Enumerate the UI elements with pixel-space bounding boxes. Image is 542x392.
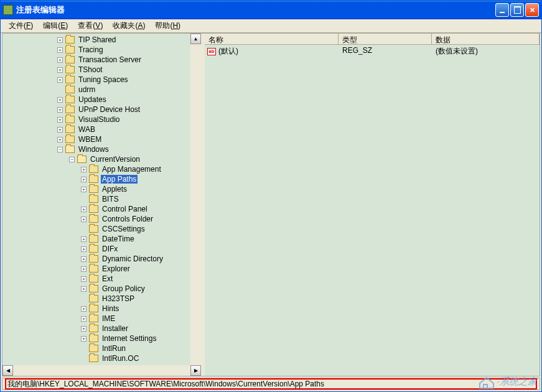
menu-f[interactable]: 文件(F) — [4, 19, 38, 32]
tree-label[interactable]: Transaction Server — [77, 55, 143, 64]
tree-node[interactable]: CSCSettings — [2, 224, 190, 234]
tree-label[interactable]: Group Policy — [101, 284, 146, 293]
expand-icon[interactable] — [57, 137, 63, 142]
tree-node[interactable]: Internet Settings — [2, 334, 190, 343]
tree-label[interactable]: App Paths — [101, 175, 138, 184]
scroll-right-icon[interactable]: ▶ — [190, 365, 201, 376]
tree-label[interactable]: IntlRun.OC — [101, 354, 140, 363]
minimize-button[interactable] — [495, 3, 509, 17]
tree-label[interactable]: DateTime — [101, 235, 136, 243]
expand-icon[interactable] — [57, 57, 63, 63]
tree-node[interactable]: Control Panel — [2, 204, 190, 214]
expand-icon[interactable] — [57, 47, 63, 53]
tree-node[interactable]: Controls Folder — [2, 214, 190, 224]
tree-label[interactable]: App Management — [101, 165, 162, 174]
tree-label[interactable]: Tracing — [77, 45, 105, 54]
tree-label[interactable]: Hints — [101, 304, 120, 313]
expand-icon[interactable] — [57, 97, 63, 103]
collapse-icon[interactable] — [69, 157, 75, 162]
expand-icon[interactable] — [81, 256, 86, 262]
expand-icon[interactable] — [81, 246, 86, 252]
tree-node[interactable]: Explorer — [2, 264, 190, 274]
expand-icon[interactable] — [81, 167, 86, 172]
tree-node[interactable]: Tuning Spaces — [2, 75, 190, 85]
expand-icon[interactable] — [81, 276, 86, 282]
tree-node[interactable]: CurrentVersion — [2, 154, 190, 164]
collapse-icon[interactable] — [57, 147, 63, 152]
tree-label[interactable]: CurrentVersion — [89, 155, 141, 164]
tree-node[interactable]: Transaction Server — [2, 55, 190, 65]
tree-label[interactable]: Tuning Spaces — [77, 75, 129, 84]
expand-icon[interactable] — [81, 286, 86, 292]
tree-label[interactable]: UPnP Device Host — [77, 105, 141, 114]
tree-label[interactable]: CSCSettings — [101, 225, 146, 233]
tree-label[interactable]: Ext — [101, 274, 114, 283]
tree-node[interactable]: App Management — [2, 164, 190, 174]
tree-label[interactable]: VisualStudio — [77, 115, 121, 124]
tree-node[interactable]: TShoot — [2, 65, 190, 75]
expand-icon[interactable] — [81, 187, 86, 192]
col-name[interactable]: 名称 — [205, 34, 339, 44]
tree-node[interactable]: H323TSP — [2, 294, 190, 304]
tree-node[interactable]: DIFx — [2, 244, 190, 254]
expand-icon[interactable] — [57, 107, 63, 113]
expand-icon[interactable] — [81, 306, 86, 312]
list-header[interactable]: 名称 类型 数据 — [205, 34, 540, 45]
tree-label[interactable]: Dynamic Directory — [101, 254, 164, 263]
value-list[interactable]: (默认)REG_SZ(数值未设置) — [205, 45, 540, 376]
expand-icon[interactable] — [81, 177, 86, 182]
tree-node[interactable]: Windows — [2, 144, 190, 154]
tree-node[interactable]: BITS — [2, 194, 190, 204]
titlebar[interactable]: 注册表编辑器 — [1, 1, 541, 19]
tree-node[interactable]: IME — [2, 314, 190, 324]
scroll-left-icon[interactable]: ◀ — [2, 365, 13, 376]
tree-label[interactable]: BITS — [101, 195, 120, 203]
tree-label[interactable]: Internet Settings — [101, 334, 157, 343]
tree-label[interactable]: Explorer — [101, 264, 131, 273]
tree-node[interactable]: DateTime — [2, 234, 190, 244]
tree-node[interactable]: Dynamic Directory — [2, 254, 190, 264]
tree-label[interactable]: Windows — [77, 145, 110, 154]
maximize-button[interactable] — [510, 3, 524, 17]
expand-icon[interactable] — [57, 127, 63, 133]
tree-label[interactable]: IME — [101, 314, 116, 323]
expand-icon[interactable] — [81, 336, 86, 342]
tree-node[interactable]: Updates — [2, 95, 190, 105]
tree-node[interactable]: Ext — [2, 274, 190, 284]
tree-node[interactable]: WAB — [2, 124, 190, 134]
tree-node[interactable]: WBEM — [2, 134, 190, 144]
expand-icon[interactable] — [57, 67, 63, 73]
tree-label[interactable]: TShoot — [77, 65, 104, 74]
expand-icon[interactable] — [81, 217, 86, 222]
col-type[interactable]: 类型 — [339, 34, 432, 44]
tree-node[interactable]: IntlRun — [2, 343, 190, 353]
tree-label[interactable]: DIFx — [101, 245, 119, 253]
registry-tree[interactable]: TIP SharedTracingTransaction ServerTShoo… — [2, 34, 190, 365]
value-row[interactable]: (默认)REG_SZ(数值未设置) — [205, 45, 540, 58]
tree-label[interactable]: Applets — [101, 185, 128, 194]
tree-node[interactable]: VisualStudio — [2, 114, 190, 124]
expand-icon[interactable] — [81, 207, 86, 212]
tree-node[interactable]: Installer — [2, 324, 190, 334]
expand-icon[interactable] — [57, 117, 63, 123]
menu-h[interactable]: 帮助(H) — [150, 19, 185, 32]
tree-label[interactable]: Installer — [101, 324, 129, 333]
menu-a[interactable]: 收藏夹(A) — [108, 19, 150, 32]
tree-node[interactable]: UPnP Device Host — [2, 105, 190, 114]
expand-icon[interactable] — [81, 266, 86, 272]
tree-label[interactable]: WAB — [77, 125, 96, 134]
expand-icon[interactable] — [57, 77, 63, 83]
tree-node[interactable]: Hints — [2, 304, 190, 314]
tree-label[interactable]: H323TSP — [101, 294, 136, 303]
tree-node[interactable]: IntlRun.OC — [2, 353, 190, 363]
tree-hscrollbar[interactable]: ◀ ▶ — [2, 365, 201, 376]
menu-v[interactable]: 查看(V) — [73, 19, 108, 32]
tree-label[interactable]: udrm — [77, 85, 96, 94]
expand-icon[interactable] — [81, 316, 86, 322]
tree-node[interactable]: Applets — [2, 184, 190, 194]
tree-label[interactable]: Updates — [77, 95, 108, 104]
tree-label[interactable]: TIP Shared — [77, 35, 117, 44]
tree-label[interactable]: Controls Folder — [101, 215, 154, 223]
tree-node[interactable]: Group Policy — [2, 284, 190, 294]
col-data[interactable]: 数据 — [432, 34, 540, 44]
